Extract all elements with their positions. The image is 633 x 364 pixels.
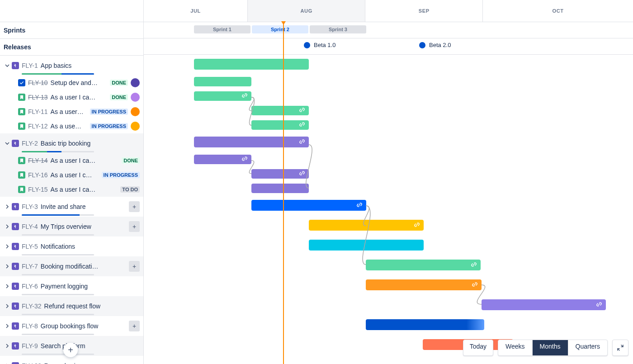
- issue-row-fly-6[interactable]: FLY-6Payment logging: [0, 276, 143, 296]
- issue-row-fly-1[interactable]: FLY-1App basics: [0, 56, 143, 76]
- epic-icon: [12, 203, 19, 210]
- avatar[interactable]: [131, 122, 140, 131]
- issue-title: App basics: [41, 62, 71, 69]
- timeline-bar-fly-6[interactable]: [366, 279, 482, 290]
- collapse-panel-button[interactable]: [612, 340, 628, 356]
- issue-title: Setup dev and …: [51, 79, 98, 86]
- add-child-button[interactable]: +: [129, 201, 140, 212]
- timeline-bar-fly-14[interactable]: [194, 155, 251, 164]
- issue-title: As a user I can …: [51, 94, 98, 101]
- zoom-quarters[interactable]: Quarters: [568, 340, 607, 355]
- zoom-months[interactable]: Months: [532, 340, 568, 355]
- sprint-2[interactable]: Sprint 2: [252, 25, 308, 33]
- timeline-bar-fly-3[interactable]: [251, 200, 366, 211]
- avatar[interactable]: [131, 78, 140, 87]
- story-icon: [18, 157, 25, 164]
- add-child-button[interactable]: +: [129, 321, 140, 331]
- issue-row-fly-11[interactable]: FLY-11As a user…IN PROGRESS: [0, 104, 143, 119]
- epic-icon: [12, 223, 19, 230]
- release-beta-2.0[interactable]: Beta 2.0: [419, 42, 451, 48]
- expand-toggle[interactable]: [4, 342, 11, 350]
- link-icon: [299, 138, 305, 146]
- status-badge: DONE: [110, 94, 128, 100]
- expand-toggle[interactable]: [4, 303, 11, 310]
- timeline-bar-fly-16[interactable]: [251, 169, 309, 179]
- timeline-bar-fly-1[interactable]: [194, 59, 309, 70]
- expand-toggle[interactable]: [4, 223, 11, 230]
- issue-key[interactable]: FLY-10: [28, 79, 48, 86]
- timeline-bar-fly-13[interactable]: [194, 91, 251, 101]
- issue-title: As a user…: [51, 108, 84, 115]
- issue-key[interactable]: FLY-16: [28, 171, 48, 179]
- issue-key[interactable]: FLY-8: [22, 322, 38, 330]
- zoom-weeks[interactable]: Weeks: [498, 340, 532, 355]
- issue-row-fly-13[interactable]: FLY-13As a user I can …DONE: [0, 90, 143, 104]
- issue-row-fly-5[interactable]: FLY-5Notifications: [0, 236, 143, 256]
- issue-key[interactable]: FLY-15: [28, 186, 48, 193]
- month-sep: SEP: [365, 0, 482, 22]
- issue-row-fly-3[interactable]: FLY-3Invite and share+: [0, 197, 143, 217]
- issue-row-fly-32[interactable]: FLY-32Refund request flow: [0, 296, 143, 316]
- issue-key[interactable]: FLY-32: [22, 303, 42, 310]
- expand-toggle[interactable]: [4, 203, 11, 210]
- timeline-bar-fly-15[interactable]: [251, 184, 309, 193]
- issue-title: Refund request flow: [44, 303, 101, 310]
- issue-key[interactable]: FLY-11: [28, 108, 48, 115]
- expand-toggle[interactable]: [4, 263, 11, 270]
- timeline-bar-fly-10[interactable]: [194, 77, 251, 86]
- timeline-bar-fly-4[interactable]: [309, 220, 424, 231]
- avatar[interactable]: [131, 93, 140, 102]
- create-epic-button[interactable]: +: [63, 343, 78, 357]
- timeline-bar-fly-5[interactable]: [309, 240, 424, 251]
- progress-bar: [22, 151, 94, 152]
- issue-key[interactable]: FLY-7: [22, 263, 38, 270]
- timeline-bar-fly-7[interactable]: [366, 260, 481, 270]
- sprint-3[interactable]: Sprint 3: [310, 25, 366, 33]
- timeline-bar-fly-11[interactable]: [251, 106, 309, 115]
- issue-row-fly-7[interactable]: FLY-7Booking modifications flow+: [0, 256, 143, 276]
- avatar[interactable]: [131, 107, 140, 116]
- add-child-button[interactable]: +: [129, 221, 140, 232]
- issue-key[interactable]: FLY-2: [22, 140, 38, 147]
- timeline-bar-fly-2[interactable]: [194, 137, 309, 147]
- timeline[interactable]: JULAUGSEPOCT Sprint 1Sprint 2Sprint 3 Be…: [143, 0, 633, 364]
- expand-toggle[interactable]: [4, 362, 11, 364]
- issue-key[interactable]: FLY-4: [22, 223, 38, 230]
- issue-row-fly-14[interactable]: FLY-14As a user I can book…DONE: [0, 153, 143, 168]
- release-dot-icon: [419, 42, 425, 48]
- issue-row-fly-4[interactable]: FLY-4My Trips overview+: [0, 217, 143, 236]
- today-button[interactable]: Today: [463, 340, 493, 356]
- issue-key[interactable]: FLY-1: [22, 62, 38, 69]
- progress-bar: [22, 254, 94, 255]
- progress-bar: [22, 314, 94, 315]
- expand-toggle[interactable]: [4, 322, 11, 330]
- release-beta-1.0[interactable]: Beta 1.0: [304, 42, 335, 48]
- issue-key[interactable]: FLY-14: [28, 157, 48, 164]
- issue-key[interactable]: FLY-12: [28, 123, 48, 130]
- link-icon: [596, 301, 602, 309]
- issue-row-fly-10[interactable]: FLY-10Setup dev and …DONE: [0, 76, 143, 90]
- story-icon: [18, 171, 25, 179]
- expand-toggle[interactable]: [4, 283, 11, 290]
- issue-row-fly-2[interactable]: FLY-2Basic trip booking: [0, 133, 143, 153]
- expand-toggle[interactable]: [4, 140, 11, 147]
- expand-toggle[interactable]: [4, 62, 11, 69]
- timeline-bar-fly-8[interactable]: [366, 319, 484, 330]
- timeline-bar-fly-32[interactable]: [482, 299, 606, 310]
- issue-key[interactable]: FLY-9: [22, 342, 38, 350]
- add-child-button[interactable]: +: [129, 261, 140, 272]
- issue-key[interactable]: FLY-6: [22, 283, 38, 290]
- zoom-segmented: WeeksMonthsQuarters: [498, 340, 608, 356]
- issue-row-fly-16[interactable]: FLY-16As a user I c…IN PROGRESS: [0, 168, 143, 182]
- issue-row-fly-12[interactable]: FLY-12As a use…IN PROGRESS: [0, 119, 143, 133]
- issue-key[interactable]: FLY-3: [22, 203, 38, 210]
- expand-toggle[interactable]: [4, 243, 11, 250]
- issue-key[interactable]: FLY-28: [22, 362, 42, 364]
- issue-row-fly-8[interactable]: FLY-8Group bookings flow+: [0, 316, 143, 336]
- issue-key[interactable]: FLY-5: [22, 243, 38, 250]
- issue-row-fly-15[interactable]: FLY-15As a user I can boo…TO DO: [0, 182, 143, 197]
- link-icon: [299, 107, 305, 114]
- issue-key[interactable]: FLY-13: [28, 94, 48, 101]
- sprint-1[interactable]: Sprint 1: [194, 25, 250, 33]
- timeline-bar-fly-12[interactable]: [251, 120, 309, 130]
